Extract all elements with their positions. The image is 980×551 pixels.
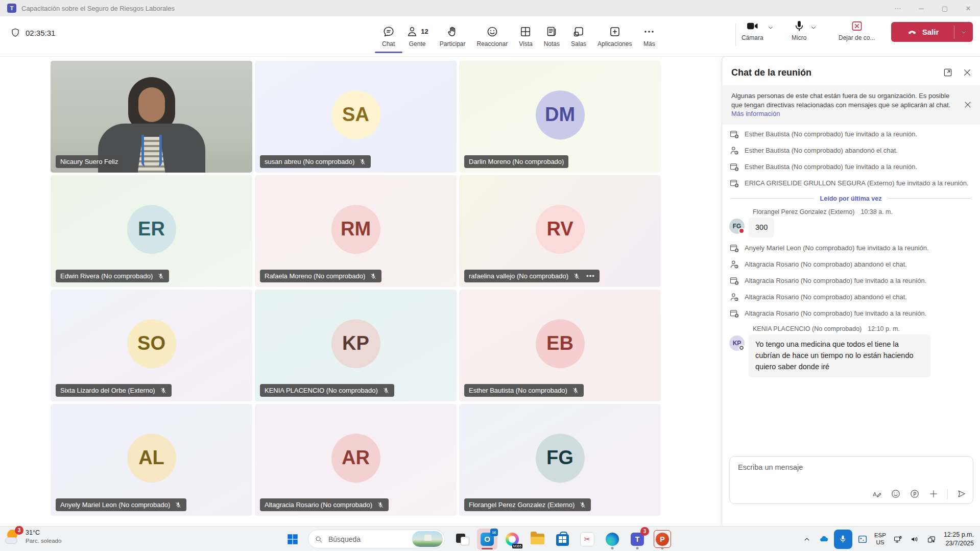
camera-icon — [746, 19, 759, 33]
volume-icon[interactable] — [908, 532, 921, 547]
smiley-icon — [486, 26, 498, 38]
participant-tile[interactable]: AR Altagracia Rosario (No comprobado) — [255, 404, 457, 516]
message-bubble[interactable]: Yo tengo una medicina que todos el tiene… — [749, 334, 930, 377]
weather-widget[interactable]: 3 31°C Parc. soleado — [5, 529, 61, 545]
participant-tile[interactable]: ER Edwin Rivera (No comprobado) — [51, 175, 252, 287]
participant-tile[interactable]: SO Sixta Lizardo del Orbe (Externo) — [51, 290, 252, 401]
mic-button[interactable]: Micro — [792, 19, 818, 41]
participant-name-label: susan abreu (No comprobado) — [260, 155, 371, 168]
scissors-icon: ✂ — [580, 532, 594, 546]
participant-name-label: Edwin Rivera (No comprobado) — [56, 270, 169, 282]
window-maximize-button[interactable]: ▢ — [933, 0, 957, 16]
search-highlight-image[interactable] — [412, 531, 443, 547]
window-minimize-button[interactable]: ─ — [910, 0, 933, 16]
breakout-rooms-icon — [572, 26, 585, 38]
participant-tile[interactable]: SA susan abreu (No comprobado) — [255, 61, 457, 173]
camera-chevron-icon[interactable] — [767, 23, 775, 32]
edge-button[interactable] — [602, 529, 623, 549]
m365-tag: M365 — [512, 544, 522, 548]
window-titlebar: T Capacitación sobre el Seguro de Riesgo… — [0, 0, 980, 16]
participant-tile[interactable]: DM Darlin Moreno (No comprobado) — [459, 61, 661, 173]
taskbar-search[interactable] — [308, 530, 445, 548]
participant-name-label: rafaelina vallejo (No comprobado)••• — [464, 270, 600, 282]
clock[interactable]: 12:25 p.m. 23/7/2025 — [944, 531, 976, 547]
participant-name-label: Anyely Mariel Leon (No comprobado) — [56, 498, 186, 511]
language-indicator[interactable]: ESPUS — [873, 532, 888, 546]
avatar: EB — [536, 319, 585, 368]
window-title: Capacitación sobre el Seguro de Riesgos … — [21, 5, 175, 12]
tab-rooms[interactable]: Salas — [566, 19, 591, 53]
mic-chevron-icon[interactable] — [809, 23, 818, 32]
system-event: ERICA GRISELIDE GRULLON SEGURA (Externo)… — [729, 179, 972, 188]
banner-close-icon[interactable] — [963, 100, 972, 109]
participant-name-label: Darlin Moreno (No comprobado) — [464, 155, 568, 168]
teams-button[interactable]: T 3 — [627, 529, 648, 549]
mic-off-icon — [573, 273, 580, 280]
tab-raise-hand[interactable]: Participar — [435, 19, 471, 53]
microsoft-store-button[interactable] — [552, 529, 572, 549]
copilot-button[interactable]: M365 — [502, 529, 522, 549]
participant-tile[interactable]: EB Esther Bautista (No comprobado) — [459, 290, 661, 401]
screenshot-tool-icon[interactable] — [856, 532, 869, 547]
more-info-link[interactable]: Más información — [731, 110, 780, 117]
message-bubble[interactable]: 300 — [749, 218, 774, 238]
avatar: AR — [331, 434, 380, 483]
tray-chevron-up-icon[interactable] — [800, 532, 814, 547]
outlook-button[interactable]: O ✉ — [477, 529, 497, 549]
popout-icon[interactable] — [943, 67, 953, 78]
participant-tile[interactable]: KP KENIA PLACENCIO (No comprobado) — [255, 290, 457, 401]
system-event: Altagracia Rosario (No comprobado) fue i… — [729, 309, 972, 319]
tab-apps[interactable]: Aplicaciones — [592, 19, 637, 53]
snipping-tool-button[interactable]: ✂ — [577, 529, 597, 549]
stop-share-button[interactable]: Dejar de co... — [839, 19, 875, 41]
start-button[interactable] — [282, 530, 303, 548]
leave-main[interactable]: Salir — [891, 22, 954, 42]
avatar: KP — [331, 319, 380, 368]
window-more-button[interactable]: ⋯ — [886, 0, 910, 16]
format-icon[interactable] — [872, 489, 882, 499]
window-close-button[interactable]: ✕ — [957, 0, 980, 16]
compose-box[interactable] — [729, 456, 973, 504]
participant-tile[interactable]: FG Florangel Perez Gonzalez (Externo) — [459, 404, 661, 516]
close-icon[interactable] — [962, 67, 972, 78]
store-icon — [556, 534, 569, 546]
add-app-icon — [609, 26, 621, 38]
system-event: Altagracia Rosario (No comprobado) fue i… — [729, 276, 972, 286]
send-icon[interactable] — [957, 489, 967, 499]
mic-icon — [793, 19, 806, 33]
leave-chevron-icon[interactable] — [954, 22, 973, 42]
message-author: Florangel Perez Gonzalez (Externo) — [753, 208, 854, 215]
tab-react[interactable]: Reaccionar — [472, 19, 513, 53]
windows-logo-icon — [286, 533, 299, 546]
tab-people[interactable]: 12 Gente — [401, 19, 433, 53]
mic-off-icon — [157, 273, 164, 280]
loop-icon[interactable] — [910, 489, 920, 499]
chat-message: FG 300 — [729, 218, 972, 238]
leave-button[interactable]: Salir — [891, 22, 973, 42]
mic-in-use-indicator[interactable] — [834, 530, 852, 549]
tab-chat[interactable]: Chat — [377, 19, 400, 53]
attach-plus-icon[interactable] — [928, 489, 939, 499]
tile-more-button[interactable]: ••• — [585, 275, 595, 278]
participant-tile[interactable]: RV rafaelina vallejo (No comprobado)••• — [459, 175, 661, 287]
search-input[interactable] — [327, 535, 406, 544]
tab-notes[interactable]: Notas — [539, 19, 565, 53]
emoji-icon[interactable] — [891, 489, 901, 499]
cast-icon[interactable] — [925, 532, 938, 547]
powerpoint-button[interactable]: P — [652, 529, 673, 549]
participant-tile[interactable]: Nicaury Suero Feliz — [51, 61, 252, 173]
participant-tile[interactable]: RM Rafaela Moreno (No comprobado) — [255, 175, 457, 287]
task-view-button[interactable] — [452, 529, 472, 549]
calendar-add-icon — [729, 162, 739, 172]
tab-more[interactable]: Más — [638, 19, 660, 53]
date: 23/7/2025 — [945, 539, 974, 547]
mic-off-icon — [579, 501, 586, 509]
camera-button[interactable]: Cámara — [742, 19, 775, 41]
tab-view[interactable]: Vista — [514, 19, 537, 53]
onedrive-icon[interactable] — [817, 532, 830, 547]
message-input[interactable] — [737, 463, 966, 472]
message-header: Florangel Perez Gonzalez (Externo) 10:38… — [753, 208, 972, 215]
participant-tile[interactable]: AL Anyely Mariel Leon (No comprobado) — [51, 404, 252, 516]
file-explorer-button[interactable] — [527, 529, 547, 549]
network-icon[interactable] — [891, 532, 904, 547]
